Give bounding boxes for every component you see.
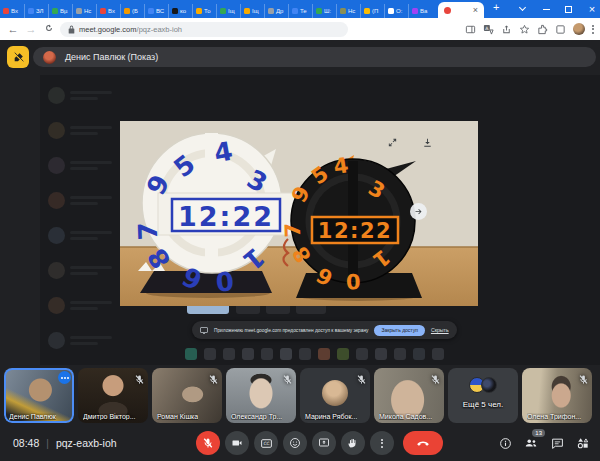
activities-icon[interactable] bbox=[576, 436, 590, 450]
chat-icon[interactable] bbox=[550, 436, 564, 450]
browser-tab-4[interactable]: Нс bbox=[72, 4, 96, 18]
extensions-icon[interactable] bbox=[537, 24, 548, 35]
participant-name: Роман Кішка bbox=[157, 413, 198, 420]
background-ui-fragment bbox=[432, 348, 444, 360]
presentation-indicator[interactable] bbox=[7, 46, 29, 68]
window-close-button[interactable]: × bbox=[584, 0, 600, 18]
share-message: Приложению meet.google.com предоставлен … bbox=[214, 328, 368, 333]
participant-tile-6[interactable]: Микола Садов... bbox=[374, 368, 444, 423]
browser-tab-5[interactable]: Вх bbox=[96, 4, 120, 18]
browser-tab-11[interactable]: Іщ bbox=[240, 4, 264, 18]
captions-button[interactable]: CC bbox=[254, 431, 278, 455]
browser-tab-17[interactable]: О: bbox=[384, 4, 408, 18]
bookmark-star-icon[interactable] bbox=[519, 24, 530, 35]
participant-tile-7[interactable]: Ещё 5 чел. bbox=[448, 368, 518, 423]
browser-tab-18[interactable]: Ва bbox=[408, 4, 432, 18]
browser-tab-16[interactable]: (П bbox=[360, 4, 384, 18]
browser-tab-12[interactable]: Др bbox=[264, 4, 288, 18]
more-options-button[interactable] bbox=[370, 431, 394, 455]
tab-close-icon[interactable]: × bbox=[473, 6, 478, 15]
side-panel-icon[interactable] bbox=[465, 24, 476, 35]
clock-ring-digit: 7 bbox=[133, 222, 164, 241]
raise-hand-button[interactable] bbox=[341, 431, 365, 455]
tab-label: (П bbox=[372, 8, 378, 14]
browser-tab-14[interactable]: Ш: bbox=[312, 4, 336, 18]
fullscreen-icon[interactable] bbox=[385, 135, 399, 149]
participants-icon[interactable]: 13 bbox=[524, 436, 538, 450]
browser-tab-8[interactable]: ко bbox=[168, 4, 192, 18]
browser-tab-3[interactable]: Вµ bbox=[48, 4, 72, 18]
address-bar[interactable]: meet.google.com/pqz-eaxb-ioh bbox=[60, 22, 348, 37]
participant-tile-4[interactable]: Олександр Тр... bbox=[226, 368, 296, 423]
recording-dot-icon bbox=[444, 7, 451, 14]
presenter-banner[interactable]: Денис Павлюк (Показ) bbox=[33, 47, 596, 67]
back-button[interactable]: ← bbox=[4, 23, 22, 35]
background-ui-fragment bbox=[261, 348, 273, 360]
browser-tab-2[interactable]: ЗЛ bbox=[24, 4, 48, 18]
tile-more-options-badge[interactable] bbox=[58, 371, 71, 384]
share-icon[interactable] bbox=[501, 24, 512, 35]
background-ui-fragment bbox=[337, 348, 349, 360]
hide-share-link[interactable]: Скрыть bbox=[431, 327, 449, 333]
end-call-button[interactable] bbox=[403, 431, 443, 455]
browser-tab-15[interactable]: Нс bbox=[336, 4, 360, 18]
tab-favicon bbox=[388, 8, 394, 14]
reload-button[interactable] bbox=[40, 23, 58, 35]
participant-tile-2[interactable]: Дмитро Віктор... bbox=[78, 368, 148, 423]
participant-count-badge: 13 bbox=[532, 429, 545, 437]
background-chat-row bbox=[48, 227, 112, 244]
participant-name: Олена Трифон... bbox=[527, 413, 581, 420]
tab-label: Ва bbox=[420, 8, 427, 14]
presenter-name: Денис Павлюк (Показ) bbox=[65, 52, 158, 62]
tab-label: ко bbox=[180, 8, 186, 14]
active-tab-meet[interactable]: × bbox=[438, 2, 484, 18]
next-image-button[interactable] bbox=[410, 203, 427, 220]
participant-tile-3[interactable]: Роман Кішка bbox=[152, 368, 222, 423]
browser-tab-6[interactable]: (Б bbox=[120, 4, 144, 18]
browser-menu-icon[interactable] bbox=[592, 25, 594, 34]
participant-name: Дмитро Віктор... bbox=[83, 413, 136, 420]
mic-off-button[interactable] bbox=[196, 431, 220, 455]
profile-avatar[interactable] bbox=[573, 23, 585, 35]
participant-tile-1[interactable]: Денис Павлюк bbox=[4, 368, 74, 423]
stop-sharing-button[interactable]: Закрыть доступ bbox=[374, 325, 424, 336]
tab-favicon bbox=[3, 8, 9, 14]
reactions-button[interactable] bbox=[283, 431, 307, 455]
new-tab-button[interactable]: + bbox=[493, 1, 499, 13]
camera-button[interactable] bbox=[225, 431, 249, 455]
monitor-icon bbox=[200, 327, 208, 333]
background-chat-row bbox=[48, 332, 112, 349]
tab-label: Нс bbox=[84, 8, 91, 14]
svg-text:12:22: 12:22 bbox=[178, 201, 274, 232]
separator: | bbox=[46, 438, 49, 449]
forward-button[interactable]: → bbox=[22, 23, 40, 35]
tab-label: Вх bbox=[11, 8, 18, 14]
translate-icon[interactable]: A bbox=[483, 24, 494, 35]
tab-search-chevron-icon[interactable] bbox=[514, 0, 530, 18]
window-maximize-button[interactable] bbox=[560, 0, 576, 18]
browser-tab-1[interactable]: Вх bbox=[0, 4, 24, 18]
background-chat-row bbox=[48, 87, 112, 104]
browser-tab-7[interactable]: ВС bbox=[144, 4, 168, 18]
tab-label: (Б bbox=[132, 8, 138, 14]
participant-tile-8[interactable]: Олена Трифон... bbox=[522, 368, 592, 423]
browser-tab-9[interactable]: То bbox=[192, 4, 216, 18]
tab-favicon bbox=[268, 8, 274, 14]
url-text: meet.google.com/pqz-eaxb-ioh bbox=[79, 25, 182, 34]
meeting-details-icon[interactable] bbox=[498, 436, 512, 450]
participant-filmstrip: Денис ПавлюкДмитро Віктор...Роман КішкаО… bbox=[0, 368, 600, 423]
tab-label: Нс bbox=[348, 8, 355, 14]
tab-favicon bbox=[316, 8, 322, 14]
browser-tab-10[interactable]: Іщ bbox=[216, 4, 240, 18]
browser-tab-13[interactable]: Те bbox=[288, 4, 312, 18]
mic-off-icon bbox=[282, 371, 293, 382]
participant-tile-5[interactable]: Марина Рябок... bbox=[300, 368, 370, 423]
download-icon[interactable] bbox=[420, 135, 434, 149]
participant-name: Микола Садов... bbox=[379, 413, 432, 420]
meet-control-bar: 08:48 | pqz-eaxb-ioh CC bbox=[0, 425, 600, 461]
media-box-icon[interactable] bbox=[555, 24, 566, 35]
present-screen-button[interactable] bbox=[312, 431, 336, 455]
svg-text:CC: CC bbox=[263, 441, 269, 446]
window-minimize-button[interactable] bbox=[538, 0, 554, 18]
tab-favicon bbox=[100, 8, 106, 14]
